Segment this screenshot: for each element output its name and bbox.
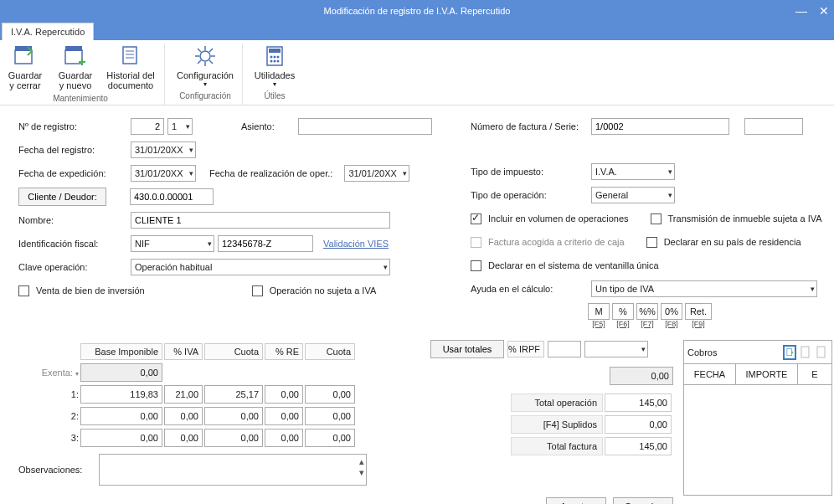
- cell-r3-cuota[interactable]: 0,00: [204, 429, 263, 447]
- label-claveop: Clave operación:: [18, 262, 127, 272]
- cell-r2-cuota2[interactable]: 0,00: [305, 407, 355, 425]
- svg-point-20: [274, 56, 276, 59]
- col-base: Base Imponible: [80, 343, 162, 360]
- cobros-title: Cobros: [687, 347, 717, 357]
- label-observ: Observaciones:: [18, 465, 95, 475]
- chk-fact-caja: [471, 237, 481, 248]
- lbl-suplidos[interactable]: [F4] Suplidos: [511, 415, 603, 434]
- label-tipo-imp: Tipo de impuesto:: [471, 167, 588, 177]
- svg-point-23: [274, 60, 276, 63]
- val-total-oper: 145,00: [605, 393, 672, 412]
- svg-rect-27: [817, 347, 825, 357]
- chk-op-no-iva[interactable]: [252, 285, 263, 296]
- input-nreg[interactable]: [131, 118, 164, 135]
- cell-r1-piva[interactable]: 21,00: [164, 385, 203, 404]
- svg-point-8: [200, 51, 210, 61]
- dd-claveop[interactable]: Operación habitual▾: [131, 259, 390, 275]
- del-doc-icon[interactable]: [815, 345, 828, 360]
- input-nombre[interactable]: [131, 212, 390, 229]
- label-nfact: Número de factura / Serie:: [471, 121, 588, 131]
- col-pre: % RE: [265, 343, 303, 360]
- chk-venta-inv[interactable]: [18, 285, 29, 296]
- svg-rect-3: [65, 46, 82, 51]
- minimize-icon[interactable]: —: [795, 0, 807, 22]
- save-close-icon: [13, 44, 38, 69]
- input-cuenta[interactable]: [130, 188, 214, 205]
- history-icon: [118, 44, 143, 69]
- col-cobros-fecha: FECHA: [684, 364, 736, 384]
- aceptar-button[interactable]: Aceptar: [546, 497, 606, 504]
- btn-f5-m[interactable]: M: [588, 303, 610, 320]
- tab-strip: I.V.A. Repercutido: [0, 22, 834, 40]
- col-cuota2: Cuota: [305, 343, 355, 360]
- cell-r3-piva[interactable]: 0,00: [164, 429, 203, 447]
- btn-f8-zero[interactable]: 0%: [661, 303, 682, 320]
- tab-iva-repercutido[interactable]: I.V.A. Repercutido: [2, 23, 94, 40]
- cell-r3-cuota2[interactable]: 0,00: [305, 429, 355, 447]
- label-idfiscal: Identificación fiscal:: [18, 239, 127, 249]
- cell-r2-piva[interactable]: 0,00: [164, 407, 203, 425]
- btn-f9-ret[interactable]: Ret.: [685, 303, 712, 320]
- cobros-panel: Cobros FECHA IMPORTE E: [683, 340, 832, 496]
- dd-tipo-imp[interactable]: I.V.A.▾: [591, 163, 675, 180]
- cancelar-button[interactable]: Cancelar: [613, 497, 673, 504]
- copy-doc-icon[interactable]: [799, 345, 812, 360]
- svg-point-19: [270, 56, 273, 59]
- btn-f6-pct[interactable]: %: [612, 303, 634, 320]
- label-tipo-oper: Tipo de operación:: [471, 190, 588, 200]
- link-vies[interactable]: Validación VIES: [323, 239, 389, 249]
- input-irpf-pct[interactable]: [548, 341, 581, 357]
- cell-r2-pre[interactable]: 0,00: [265, 407, 303, 425]
- cell-r3-pre[interactable]: 0,00: [265, 429, 303, 447]
- svg-point-24: [277, 60, 280, 63]
- col-cuota: Cuota: [204, 343, 263, 360]
- input-serie[interactable]: [744, 118, 803, 135]
- input-nfact[interactable]: [591, 118, 729, 135]
- cell-r1-pre[interactable]: 0,00: [265, 385, 303, 404]
- input-asiento[interactable]: [298, 118, 432, 135]
- history-button[interactable]: Historial del documento: [106, 44, 156, 90]
- dd-tipo-oper[interactable]: General▾: [591, 187, 675, 203]
- textarea-observ[interactable]: ▴▾: [99, 454, 367, 486]
- btn-f7-pctpct[interactable]: %%: [636, 303, 658, 320]
- lbl-total-fact: Total factura: [511, 437, 603, 455]
- svg-rect-18: [269, 49, 281, 53]
- cell-r1-cuota[interactable]: 25,17: [204, 385, 263, 404]
- col-cobros-importe: IMPORTE: [736, 364, 798, 384]
- lbl-total-oper: Total operación: [511, 393, 603, 412]
- cell-r1-base[interactable]: 119,83: [80, 385, 162, 404]
- new-doc-icon[interactable]: [783, 345, 796, 360]
- date-registro[interactable]: 31/01/20XX▾: [131, 141, 196, 158]
- save-new-icon: [63, 44, 88, 69]
- cell-r2-cuota[interactable]: 0,00: [204, 407, 263, 425]
- config-button[interactable]: Configuración ▾: [177, 44, 234, 88]
- svg-rect-26: [801, 347, 809, 357]
- input-id-value[interactable]: [218, 235, 313, 252]
- cliente-deudor-button[interactable]: Cliente / Deudor:: [18, 188, 106, 206]
- cell-r1-cuota2[interactable]: 0,00: [305, 385, 355, 404]
- label-fecha-exp: Fecha de expedición:: [18, 168, 127, 178]
- gear-icon: [193, 44, 218, 69]
- chk-trans-inm[interactable]: [651, 213, 662, 224]
- col-irpf: % IRPF: [507, 341, 544, 357]
- label-asiento: Asiento:: [241, 121, 295, 131]
- utilities-button[interactable]: Utilidades ▾: [255, 44, 295, 88]
- cell-r3-base[interactable]: 0,00: [80, 429, 162, 447]
- val-suplidos: 0,00: [605, 415, 672, 434]
- label-nregistro: Nº de registro:: [18, 121, 127, 131]
- calculator-icon: [262, 44, 287, 69]
- ribbon: Guardar y cerrar Guardar y nuevo Histori…: [0, 40, 834, 105]
- chk-decl-pais[interactable]: [646, 237, 657, 248]
- dd-irpf[interactable]: ▾: [584, 341, 648, 357]
- close-icon[interactable]: ✕: [819, 0, 829, 22]
- dd-tipo-id[interactable]: NIF▾: [131, 235, 214, 252]
- cell-r2-base[interactable]: 0,00: [80, 407, 162, 425]
- chk-decl-vent[interactable]: [471, 260, 481, 271]
- date-operacion[interactable]: 31/01/20XX▾: [344, 165, 409, 182]
- window-title: Modificación de registro de I.V.A. Reper…: [324, 6, 511, 16]
- dd-nreg2[interactable]: 1▾: [167, 118, 193, 135]
- dd-ayuda[interactable]: Un tipo de IVA▾: [591, 280, 817, 297]
- chk-incl-vol[interactable]: [471, 213, 481, 224]
- date-expedicion[interactable]: 31/01/20XX▾: [131, 165, 196, 182]
- usar-totales-button[interactable]: Usar totales: [430, 340, 504, 358]
